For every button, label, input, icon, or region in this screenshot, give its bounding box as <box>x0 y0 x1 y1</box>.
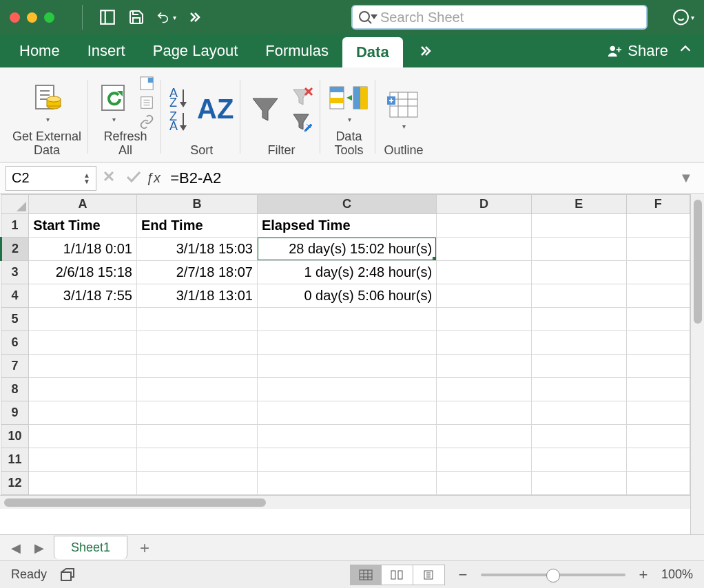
cell[interactable] <box>437 308 532 331</box>
cell[interactable] <box>29 425 137 448</box>
clear-filter-icon[interactable] <box>291 87 313 107</box>
properties-icon[interactable] <box>139 95 154 110</box>
cell[interactable] <box>136 355 257 378</box>
cell[interactable] <box>257 425 436 448</box>
cell[interactable] <box>626 425 690 448</box>
cell[interactable] <box>257 401 436 425</box>
col-header-e[interactable]: E <box>531 195 626 214</box>
tab-home[interactable]: Home <box>6 34 74 67</box>
save-icon[interactable] <box>125 6 147 28</box>
zoom-slider[interactable] <box>481 574 625 576</box>
sort-asc-button[interactable]: AZ <box>169 88 187 107</box>
accept-formula-icon[interactable] <box>121 169 146 187</box>
view-page-break-button[interactable] <box>413 565 445 585</box>
cell[interactable] <box>437 472 532 495</box>
row-header[interactable]: 6 <box>1 331 29 355</box>
formula-input[interactable] <box>166 166 674 191</box>
connections-icon[interactable] <box>139 76 154 91</box>
cell[interactable] <box>136 401 257 425</box>
row-header[interactable]: 5 <box>1 308 29 331</box>
share-button[interactable]: Share <box>607 42 668 60</box>
cell[interactable] <box>531 355 626 378</box>
cell[interactable]: End Time <box>136 214 257 238</box>
advanced-filter-icon[interactable] <box>291 112 313 132</box>
cell[interactable]: Start Time <box>29 214 137 238</box>
cell[interactable] <box>626 308 690 331</box>
spreadsheet-grid[interactable]: A B C D E F 1 Start Time End Time Elapse… <box>0 194 690 495</box>
cell[interactable] <box>437 448 532 472</box>
col-header-b[interactable]: B <box>136 195 257 214</box>
cell[interactable]: 3/1/18 7:55 <box>29 284 137 308</box>
zoom-window-icon[interactable] <box>44 12 54 23</box>
cell[interactable] <box>29 308 137 331</box>
panel-toggle-icon[interactable] <box>96 6 118 28</box>
cell[interactable] <box>437 425 532 448</box>
tab-page-layout[interactable]: Page Layout <box>139 34 252 67</box>
name-box-stepper[interactable]: ▲▼ <box>83 172 90 185</box>
cell[interactable] <box>626 238 690 261</box>
cell[interactable] <box>626 284 690 308</box>
zoom-in-button[interactable]: + <box>636 566 650 584</box>
cell[interactable] <box>437 401 532 425</box>
cell[interactable] <box>257 355 436 378</box>
cell[interactable] <box>626 472 690 495</box>
name-box[interactable]: C2 ▲▼ <box>6 166 96 191</box>
sort-desc-button[interactable]: ZA <box>169 112 187 131</box>
row-header[interactable]: 7 <box>1 355 29 378</box>
sheet-next-icon[interactable]: ▶ <box>30 540 48 556</box>
edit-links-icon[interactable] <box>139 114 154 129</box>
search-dropdown-icon[interactable] <box>371 14 377 20</box>
cell[interactable] <box>136 378 257 401</box>
cell[interactable] <box>531 472 626 495</box>
cell[interactable] <box>437 284 532 308</box>
cell[interactable]: 1 day(s) 2:48 hour(s) <box>257 261 436 284</box>
cell[interactable] <box>437 355 532 378</box>
tabs-overflow-icon[interactable] <box>403 34 447 67</box>
row-header[interactable]: 9 <box>1 401 29 425</box>
row-header[interactable]: 12 <box>1 472 29 495</box>
cell[interactable] <box>29 448 137 472</box>
cell[interactable] <box>29 378 137 401</box>
row-header[interactable]: 3 <box>1 261 29 284</box>
horizontal-scrollbar[interactable] <box>0 495 690 509</box>
row-header[interactable]: 8 <box>1 378 29 401</box>
close-window-icon[interactable] <box>10 12 20 23</box>
cell[interactable] <box>257 448 436 472</box>
cell[interactable] <box>626 401 690 425</box>
zoom-out-button[interactable]: − <box>456 566 470 584</box>
cell[interactable] <box>626 261 690 284</box>
col-header-c[interactable]: C <box>257 195 436 214</box>
tab-formulas[interactable]: Formulas <box>251 34 342 67</box>
row-header[interactable]: 2 <box>1 238 29 261</box>
row-header[interactable]: 11 <box>1 448 29 472</box>
cell[interactable] <box>257 331 436 355</box>
cell[interactable] <box>531 284 626 308</box>
cell-selected[interactable]: 28 day(s) 15:02 hour(s) <box>257 238 436 261</box>
refresh-all-button[interactable]: ▾ <box>96 81 130 123</box>
tab-data[interactable]: Data <box>342 37 403 67</box>
cell[interactable] <box>531 214 626 238</box>
sort-dialog-button[interactable]: AZ <box>197 94 234 125</box>
cancel-formula-icon[interactable] <box>96 169 121 187</box>
sheet-prev-icon[interactable]: ◀ <box>7 540 25 556</box>
qat-more-icon[interactable] <box>183 6 205 28</box>
row-header[interactable]: 4 <box>1 284 29 308</box>
cell[interactable] <box>626 448 690 472</box>
filter-button[interactable] <box>249 93 282 126</box>
row-header[interactable]: 1 <box>1 214 29 238</box>
col-header-d[interactable]: D <box>437 195 532 214</box>
cell[interactable] <box>437 238 532 261</box>
select-all-corner[interactable] <box>1 195 29 214</box>
undo-icon[interactable]: ▾ <box>154 6 176 28</box>
cell[interactable] <box>136 425 257 448</box>
cell[interactable] <box>626 331 690 355</box>
cell[interactable] <box>136 472 257 495</box>
col-header-f[interactable]: F <box>626 195 690 214</box>
cell[interactable]: 2/6/18 15:18 <box>29 261 137 284</box>
sheet-tab-active[interactable]: Sheet1 <box>54 536 127 559</box>
add-sheet-button[interactable]: + <box>133 538 156 558</box>
cell[interactable] <box>531 401 626 425</box>
collapse-ribbon-icon[interactable] <box>678 41 693 61</box>
tab-insert[interactable]: Insert <box>74 34 139 67</box>
cell[interactable]: 3/1/18 13:01 <box>136 284 257 308</box>
